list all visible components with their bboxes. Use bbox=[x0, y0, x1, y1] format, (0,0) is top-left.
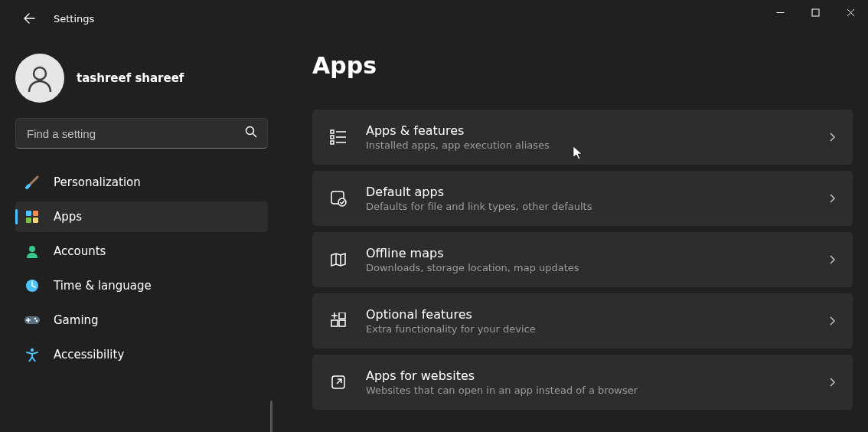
gamepad-icon bbox=[24, 313, 40, 328]
svg-rect-6 bbox=[33, 218, 38, 223]
avatar bbox=[15, 54, 64, 103]
minimize-button[interactable] bbox=[762, 0, 798, 25]
card-subtitle: Websites that can open in an app instead… bbox=[366, 385, 828, 396]
svg-point-10 bbox=[34, 318, 37, 320]
maximize-button[interactable] bbox=[798, 0, 833, 25]
search-input[interactable] bbox=[15, 118, 268, 149]
svg-rect-15 bbox=[331, 141, 334, 144]
chevron-right-icon bbox=[828, 130, 837, 145]
back-arrow-icon bbox=[23, 12, 35, 25]
svg-rect-19 bbox=[339, 320, 345, 326]
svg-point-17 bbox=[338, 198, 346, 206]
chevron-right-icon bbox=[828, 314, 837, 329]
card-text: Offline maps Downloads, storage location… bbox=[366, 246, 828, 273]
window-controls bbox=[762, 0, 868, 25]
profile-block[interactable]: tashreef shareef bbox=[15, 54, 268, 103]
nav-list: Personalization Apps Accounts bbox=[8, 167, 276, 370]
card-text: Apps for websites Websites that can open… bbox=[366, 368, 828, 396]
apps-grid-icon bbox=[24, 209, 40, 224]
accessibility-icon bbox=[24, 347, 40, 362]
sidebar-item-label: Personalization bbox=[54, 175, 141, 189]
app-title: Settings bbox=[54, 13, 94, 25]
card-offline-maps[interactable]: Offline maps Downloads, storage location… bbox=[312, 232, 853, 287]
minimize-icon bbox=[776, 8, 785, 17]
svg-rect-14 bbox=[331, 136, 334, 139]
card-title: Default apps bbox=[366, 185, 828, 199]
card-title: Apps for websites bbox=[366, 368, 828, 383]
card-subtitle: Downloads, storage location, map updates bbox=[366, 262, 828, 273]
card-title: Apps & features bbox=[366, 123, 828, 138]
svg-point-12 bbox=[31, 349, 34, 352]
paintbrush-icon bbox=[24, 175, 40, 190]
card-apps-for-websites[interactable]: Apps for websites Websites that can open… bbox=[312, 355, 853, 410]
svg-point-1 bbox=[34, 67, 46, 80]
page-title: Apps bbox=[312, 52, 853, 79]
sidebar-item-label: Accessibility bbox=[54, 348, 124, 362]
close-icon bbox=[847, 8, 855, 17]
globe-clock-icon bbox=[24, 278, 40, 293]
sidebar-item-label: Accounts bbox=[54, 244, 106, 258]
sidebar-item-gaming[interactable]: Gaming bbox=[15, 305, 268, 335]
card-title: Offline maps bbox=[366, 246, 828, 260]
svg-rect-5 bbox=[26, 218, 31, 223]
svg-rect-0 bbox=[812, 9, 819, 16]
chevron-right-icon bbox=[828, 191, 837, 206]
sidebar-item-label: Time & language bbox=[54, 279, 152, 293]
main-content: Apps Apps & features Installed apps, app… bbox=[306, 46, 868, 432]
svg-rect-18 bbox=[331, 320, 338, 326]
add-app-icon bbox=[328, 310, 349, 332]
sidebar-item-label: Apps bbox=[54, 210, 82, 224]
search-container bbox=[15, 118, 268, 149]
svg-point-7 bbox=[29, 246, 35, 252]
user-name: tashreef shareef bbox=[77, 71, 184, 85]
back-button[interactable] bbox=[14, 3, 44, 34]
person-icon bbox=[24, 244, 40, 259]
sidebar-item-accessibility[interactable]: Accessibility bbox=[15, 339, 268, 370]
svg-point-11 bbox=[36, 320, 38, 322]
sidebar-scrollbar[interactable] bbox=[270, 401, 272, 432]
maximize-icon bbox=[811, 8, 820, 17]
chevron-right-icon bbox=[828, 375, 837, 390]
sidebar-item-time-language[interactable]: Time & language bbox=[15, 270, 268, 301]
map-icon bbox=[328, 249, 349, 270]
settings-card-list: Apps & features Installed apps, app exec… bbox=[312, 110, 853, 413]
svg-rect-20 bbox=[339, 313, 345, 319]
chevron-right-icon bbox=[828, 253, 837, 267]
card-subtitle: Defaults for file and link types, other … bbox=[366, 201, 828, 212]
default-apps-icon bbox=[328, 188, 349, 209]
open-external-icon bbox=[328, 371, 349, 393]
user-icon bbox=[24, 63, 55, 93]
svg-rect-13 bbox=[331, 130, 334, 133]
user-info: tashreef shareef bbox=[77, 71, 184, 85]
close-button[interactable] bbox=[833, 0, 868, 25]
sidebar-item-accounts[interactable]: Accounts bbox=[15, 236, 268, 267]
list-icon bbox=[328, 126, 349, 148]
card-subtitle: Installed apps, app execution aliases bbox=[366, 139, 828, 151]
card-default-apps[interactable]: Default apps Defaults for file and link … bbox=[312, 171, 853, 226]
card-subtitle: Extra functionality for your device bbox=[366, 323, 828, 335]
svg-rect-3 bbox=[26, 211, 31, 216]
card-text: Optional features Extra functionality fo… bbox=[366, 307, 828, 335]
card-apps-features[interactable]: Apps & features Installed apps, app exec… bbox=[312, 110, 853, 165]
card-title: Optional features bbox=[366, 307, 828, 322]
sidebar-item-apps[interactable]: Apps bbox=[15, 201, 268, 232]
sidebar-item-personalization[interactable]: Personalization bbox=[15, 167, 268, 198]
card-text: Apps & features Installed apps, app exec… bbox=[366, 123, 828, 151]
titlebar: Settings bbox=[0, 0, 868, 37]
sidebar: tashreef shareef Personalization bbox=[0, 46, 283, 374]
svg-rect-4 bbox=[33, 211, 38, 216]
sidebar-item-label: Gaming bbox=[54, 313, 99, 327]
card-text: Default apps Defaults for file and link … bbox=[366, 185, 828, 212]
card-optional-features[interactable]: Optional features Extra functionality fo… bbox=[312, 293, 853, 349]
